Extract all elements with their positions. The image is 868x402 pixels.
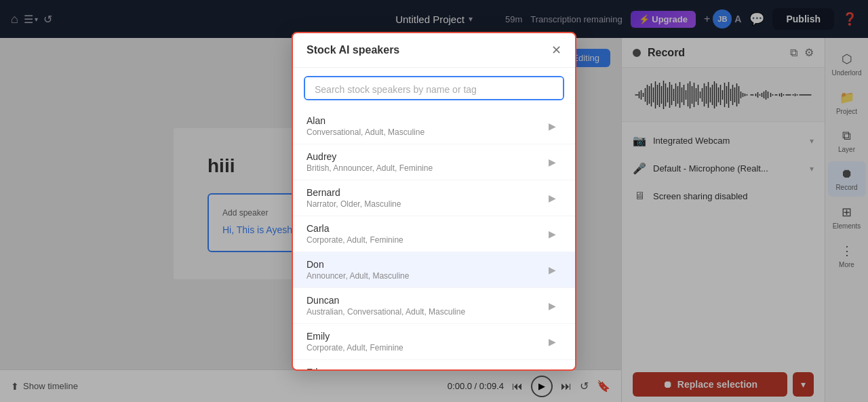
speaker-info: Alan Conversational, Adult, Masculine: [307, 115, 543, 137]
stock-ai-speakers-modal: Stock AI speakers ✕ Alan Conversational,…: [292, 32, 576, 371]
modal-header: Stock AI speakers ✕: [293, 33, 575, 68]
speaker-tags: Narrator, Older, Masculine: [307, 199, 543, 209]
play-speaker-button[interactable]: ▶: [543, 190, 561, 206]
modal-title: Stock AI speakers: [307, 44, 399, 56]
modal-overlay[interactable]: Stock AI speakers ✕ Alan Conversational,…: [0, 0, 868, 402]
speaker-list-item[interactable]: Don Announcer, Adult, Masculine ▶: [293, 252, 575, 288]
speaker-list-item[interactable]: Audrey British, Announcer, Adult, Femini…: [293, 144, 575, 180]
speaker-info: Emily Corporate, Adult, Feminine: [307, 331, 543, 353]
speaker-list-item[interactable]: Bernard Narrator, Older, Masculine ▶: [293, 180, 575, 216]
speaker-tags: Corporate, Adult, Feminine: [307, 343, 543, 353]
speaker-list-item[interactable]: Duncan Australian, Conversational, Adult…: [293, 288, 575, 324]
modal-search-container: [304, 76, 564, 101]
speaker-list-item[interactable]: Carla Corporate, Adult, Feminine ▶: [293, 216, 575, 252]
play-speaker-button[interactable]: ▶: [543, 154, 561, 170]
modal-close-button[interactable]: ✕: [551, 44, 561, 56]
play-speaker-button[interactable]: ▶: [543, 298, 561, 314]
speaker-name: Emily: [307, 331, 543, 342]
play-speaker-button[interactable]: ▶: [543, 262, 561, 278]
speaker-tags: British, Announcer, Adult, Feminine: [307, 163, 543, 173]
speaker-tags: Conversational, Adult, Masculine: [307, 127, 543, 137]
speaker-tags: Australian, Conversational, Adult, Mascu…: [307, 307, 543, 317]
speaker-name: Duncan: [307, 295, 543, 306]
play-speaker-button[interactable]: ▶: [543, 226, 561, 242]
speaker-info: Audrey British, Announcer, Adult, Femini…: [307, 151, 543, 173]
speaker-info: Don Announcer, Adult, Masculine: [307, 259, 543, 281]
speaker-info: Carla Corporate, Adult, Feminine: [307, 223, 543, 245]
speaker-info: Duncan Australian, Conversational, Adult…: [307, 295, 543, 317]
speaker-info: Ethan Conversational, Adult, Masculine: [307, 367, 543, 369]
speaker-tags: Corporate, Adult, Feminine: [307, 235, 543, 245]
speaker-list-item[interactable]: Emily Corporate, Adult, Feminine ▶: [293, 324, 575, 360]
speaker-list: Alan Conversational, Adult, Masculine ▶ …: [293, 108, 575, 369]
speaker-name: Bernard: [307, 187, 543, 198]
speaker-list-item[interactable]: Alan Conversational, Adult, Masculine ▶: [293, 108, 575, 144]
speaker-name: Ethan: [307, 367, 543, 369]
speaker-name: Carla: [307, 223, 543, 234]
speaker-name: Don: [307, 259, 543, 270]
play-speaker-button[interactable]: ▶: [543, 334, 561, 350]
speaker-tags: Announcer, Adult, Masculine: [307, 271, 543, 281]
speaker-name: Alan: [307, 115, 543, 126]
speaker-list-item[interactable]: Ethan Conversational, Adult, Masculine ▶: [293, 360, 575, 369]
speaker-info: Bernard Narrator, Older, Masculine: [307, 187, 543, 209]
speaker-name: Audrey: [307, 151, 543, 162]
speaker-search-input[interactable]: [305, 77, 563, 101]
play-speaker-button[interactable]: ▶: [543, 118, 561, 134]
